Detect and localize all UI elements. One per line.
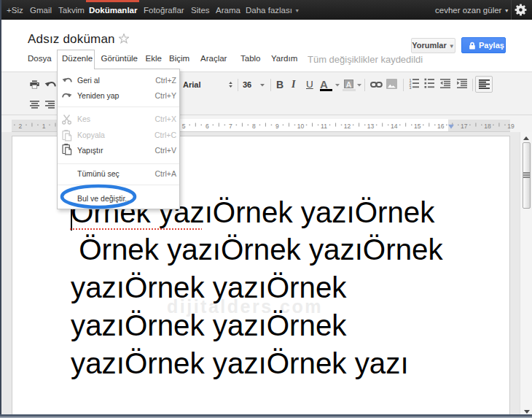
svg-text:15: 15 xyxy=(414,123,421,130)
svg-text:10: 10 xyxy=(297,123,305,130)
svg-text:3: 3 xyxy=(410,85,412,89)
svg-text:19: 19 xyxy=(507,123,515,130)
svg-text:8: 8 xyxy=(252,123,256,130)
svg-text:5: 5 xyxy=(182,123,186,130)
svg-text:14: 14 xyxy=(391,123,398,130)
svg-text:1: 1 xyxy=(42,123,46,130)
svg-text:16: 16 xyxy=(437,123,445,130)
svg-text:9: 9 xyxy=(275,123,279,130)
svg-text:18: 18 xyxy=(484,123,491,130)
svg-text:12: 12 xyxy=(344,123,351,130)
svg-text:17: 17 xyxy=(461,123,468,130)
svg-text:2: 2 xyxy=(19,123,23,130)
svg-text:13: 13 xyxy=(367,123,375,130)
svg-text:6: 6 xyxy=(206,123,209,130)
svg-text:7: 7 xyxy=(229,123,232,130)
svg-text:11: 11 xyxy=(321,123,327,130)
